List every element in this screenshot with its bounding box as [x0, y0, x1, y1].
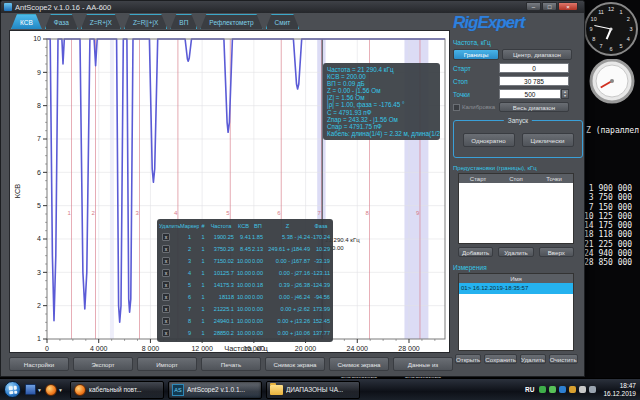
gauge-gadget[interactable] [588, 59, 636, 105]
color-app-icon[interactable] [569, 386, 576, 393]
clock-numeral: 9 [589, 26, 592, 32]
minimize-button[interactable]: – [526, 2, 541, 11]
export-button[interactable]: Экспорт [73, 357, 133, 371]
import-button[interactable]: Импорт [137, 357, 197, 371]
delete-marker-button[interactable]: x [162, 317, 170, 325]
marker-swr: 10.00 [235, 318, 252, 324]
stop-row: Стоп 30 785 [453, 76, 583, 86]
y-tick-label: 9 [37, 69, 41, 76]
run-cyclic-button[interactable]: Циклически [522, 133, 574, 147]
measurements-table[interactable]: Имя 01> 16.12.2019-18:35:57 [458, 273, 574, 351]
delete-measurement-button[interactable]: Удалить [520, 354, 546, 364]
desktop: 123456789101112 Z (параллел 1 900 000 3 … [0, 0, 640, 400]
delete-marker-button[interactable]: x [162, 269, 170, 277]
marker-phase: 173.99 [311, 306, 331, 312]
marker-trace-num: 1 [199, 258, 207, 264]
shield-icon[interactable] [549, 386, 556, 393]
tab-Смит[interactable]: Смит [266, 14, 300, 29]
stop-input[interactable]: 30 785 [499, 76, 569, 86]
screenshot-button[interactable]: Снимок экрана [265, 357, 325, 371]
analyzer-screenshot-button[interactable]: Снимок экрана анализатора [329, 357, 389, 371]
task-button[interactable]: ДИАПАЗОНЫ ЧА... [266, 381, 360, 399]
presets-table[interactable]: СтартСтопТочки [458, 173, 574, 244]
task-button[interactable]: ASAntScope2 v.1.0.1... [168, 381, 262, 399]
tab-КСВ[interactable]: КСВ [11, 14, 42, 29]
start-input[interactable]: 0 [499, 63, 569, 73]
speaker-icon[interactable] [579, 386, 586, 393]
tooltip-line: Частота = 21 290.4 кГц [327, 66, 440, 73]
delete-marker-button[interactable]: x [162, 257, 170, 265]
calibration-checkbox[interactable] [453, 104, 460, 111]
bounds-mode-button[interactable]: Границы [453, 49, 499, 60]
center-span-mode-button[interactable]: Центр, диапазон [502, 49, 572, 60]
remove-preset-button[interactable]: Удалить [498, 247, 533, 257]
green-status-icon[interactable] [539, 386, 546, 393]
points-input[interactable]: 500 [499, 89, 561, 99]
move-up-button[interactable]: Вверх [539, 247, 574, 257]
open-measurement-button[interactable]: Открыть [455, 354, 481, 364]
delete-marker-button[interactable]: x [162, 293, 170, 301]
start-button[interactable] [4, 381, 21, 398]
task-label: кабельный повт... [89, 386, 142, 393]
bluetooth-icon[interactable] [559, 386, 566, 393]
marker-table-row: x9128850.210.000.000.00 + j10.06137.77 [159, 327, 331, 339]
marker-rl: 0.18 [252, 282, 264, 288]
taskbar-clock[interactable]: 18:47 16.12.2019 [603, 382, 636, 397]
tab-Z=R||+jX[interactable]: Z=R||+jX [124, 14, 167, 29]
floppy-icon [25, 384, 36, 395]
run-single-button[interactable]: Однократно [463, 133, 515, 147]
clock-gadget[interactable]: 123456789101112 [583, 1, 639, 57]
marker-rl: 0.00 [252, 270, 264, 276]
chevron-down-icon[interactable]: ▼ [37, 387, 42, 393]
add-preset-button[interactable]: Добавить [458, 247, 493, 257]
marker-table-row: x611811810.000.000.00 - j46.24-94.56 [159, 291, 331, 303]
marker-number-label: 6 [277, 210, 281, 216]
tab-Z=R+jX[interactable]: Z=R+jX [81, 14, 121, 29]
calibration-row: Калибровка Весь диапазон [453, 102, 583, 112]
analyzer-data-button[interactable]: Данные из анализатора [393, 357, 453, 371]
delete-marker-button[interactable]: x [162, 305, 170, 313]
marker-marker-num: 9 [180, 330, 199, 336]
marker-marker-num: 8 [180, 318, 199, 324]
tooltip-line: Кабель: длина(1/4) = 2.32 м, длина(1/2) … [327, 130, 440, 137]
tab-Рефлектометр[interactable]: Рефлектометр [200, 14, 262, 29]
presets-table-body[interactable] [459, 183, 573, 243]
quicklaunch-firefox[interactable]: ▼ [45, 384, 63, 396]
marker-table-row: x111900.259.411.855.38 - j4.24-170.24 [159, 231, 331, 243]
marker-freq: 24940.1 [207, 318, 235, 324]
full-range-button[interactable]: Весь диапазон [499, 102, 569, 112]
print-button[interactable]: Печать [201, 357, 261, 371]
y-tick-label: 3 [37, 269, 41, 276]
marker-freq: 18118 [207, 294, 235, 300]
y-tick-label: 10 [33, 35, 41, 42]
task-button[interactable]: кабельный повт... [70, 381, 164, 399]
delete-marker-button[interactable]: x [162, 233, 170, 241]
close-button[interactable]: × [558, 2, 578, 11]
marker-marker-num: 6 [180, 294, 199, 300]
marker-freq: 3750.29 [207, 246, 235, 252]
clock-numeral: 7 [599, 43, 602, 49]
network-icon[interactable] [589, 386, 596, 393]
folder-icon [270, 385, 283, 395]
clock-numeral: 10 [591, 16, 597, 22]
y-tick-label: 4 [37, 235, 41, 242]
delete-marker-button[interactable]: x [162, 245, 170, 253]
marker-table-header-cell: Z [264, 223, 311, 229]
clear-measurements-button[interactable]: Очистить [549, 354, 578, 364]
language-indicator[interactable]: RU [525, 386, 534, 393]
maximize-button[interactable]: □ [542, 2, 557, 11]
task-label: ДИАПАЗОНЫ ЧА... [286, 386, 344, 393]
measurements-table-body[interactable]: 01> 16.12.2019-18:35:57 [459, 283, 573, 350]
tab-Фаза[interactable]: Фаза [45, 14, 78, 29]
quicklaunch-save[interactable]: ▼ [25, 384, 42, 395]
tab-ВП[interactable]: ВП [170, 14, 197, 29]
settings-button[interactable]: Настройки [9, 357, 69, 371]
delete-marker-button[interactable]: x [162, 281, 170, 289]
delete-marker-button[interactable]: x [162, 329, 170, 337]
measurement-item[interactable]: 01> 16.12.2019-18:35:57 [459, 283, 573, 294]
chevron-down-icon[interactable]: ▼ [58, 387, 63, 393]
save-measurement-button[interactable]: Сохранить [484, 354, 517, 364]
marker-phase: -124.39 [311, 282, 331, 288]
title-bar[interactable]: AntScope2 v.1.0.16 - AA-600 –□× [1, 1, 584, 13]
points-spinner[interactable]: ▲▼ [561, 89, 569, 99]
